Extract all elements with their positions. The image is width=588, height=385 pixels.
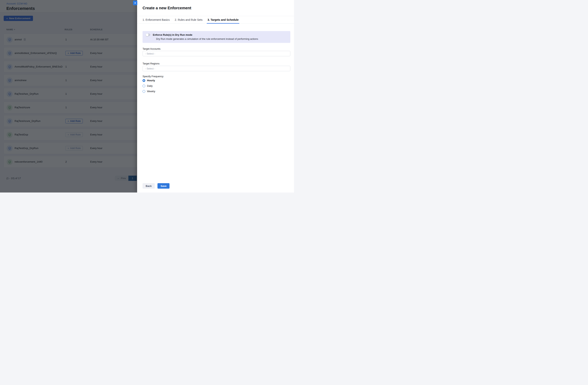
frequency-option-hourly[interactable]: Hourly (143, 79, 155, 82)
save-button[interactable]: Save (157, 183, 169, 189)
target-regions-select[interactable]: - Select - (143, 66, 290, 71)
frequency-option-weekly[interactable]: Weekly (143, 90, 155, 93)
toggle-knob (146, 34, 148, 36)
tab-targets-and-schedule[interactable]: 3. Targets and Schedule (208, 16, 239, 23)
target-accounts-select[interactable]: - Select - (143, 51, 290, 56)
close-button[interactable]: ✕ (133, 0, 137, 5)
dry-run-description: Dry Run mode generates a simulation of t… (156, 37, 290, 40)
radio-checked-icon (143, 79, 145, 82)
radio-label: Hourly (147, 79, 155, 82)
dry-run-banner: Enforce Rule(s) in Dry Run mode Dry Run … (143, 31, 290, 43)
drawer-title: Create a new Enforcement (143, 6, 191, 10)
back-button[interactable]: Back (143, 183, 155, 189)
frequency-radio-group: Hourly Daily Weekly (143, 79, 155, 93)
frequency-option-daily[interactable]: Daily (143, 84, 155, 87)
select-placeholder: - Select - (145, 52, 155, 55)
radio-unchecked-icon (143, 90, 145, 93)
drawer-actions: Back Save (143, 183, 169, 189)
select-placeholder: - Select - (145, 67, 155, 70)
target-regions-label: Target Regions (143, 62, 159, 65)
create-enforcement-drawer: Create a new Enforcement 1. Enforcement … (137, 0, 294, 192)
radio-unchecked-icon (143, 85, 145, 87)
tab-rules-and-rule-sets[interactable]: 2. Rules and Rule Sets (175, 16, 202, 23)
target-accounts-label: Target Accounts (143, 47, 161, 50)
frequency-label: Specify Frequency (143, 75, 164, 78)
radio-label: Weekly (147, 90, 155, 93)
close-icon: ✕ (134, 2, 136, 4)
dry-run-toggle[interactable] (146, 34, 150, 36)
tab-enforcement-basics[interactable]: 1. Enforcement Basics (143, 16, 170, 23)
dry-run-title: Enforce Rule(s) in Dry Run mode (153, 33, 192, 36)
wizard-tabs: 1. Enforcement Basics 2. Rules and Rule … (137, 16, 294, 24)
radio-label: Daily (147, 84, 153, 87)
